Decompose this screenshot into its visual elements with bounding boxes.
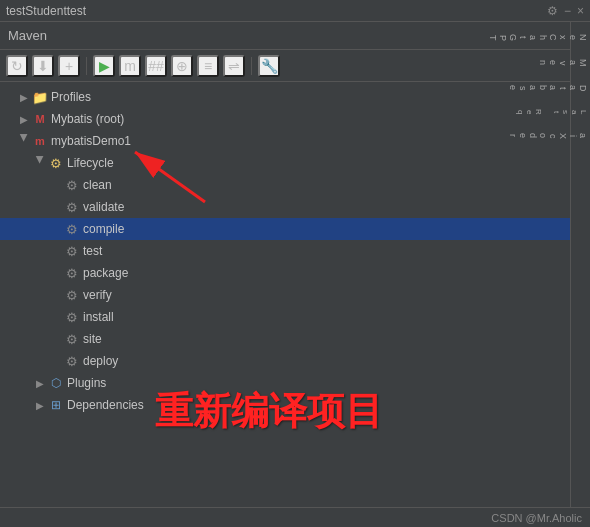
- install-gear-icon: ⚙: [64, 310, 80, 325]
- tree-item-lifecycle[interactable]: ▶ ⚙ Lifecycle: [0, 152, 570, 174]
- tree-item-test[interactable]: ⚙ test: [0, 240, 570, 262]
- window-controls: ⚙ − ×: [547, 4, 584, 18]
- maven-header: Maven: [0, 22, 570, 50]
- tree-item-plugins[interactable]: ▶ ⬡ Plugins: [0, 372, 570, 394]
- mybatis-root-arrow-icon: ▶: [16, 114, 32, 125]
- attribution-text: CSDN @Mr.Aholic: [491, 512, 582, 524]
- validate-label: validate: [83, 200, 124, 214]
- right-side-tabs: NexChatGPT Maven Database LastReq aiXcod…: [570, 22, 590, 527]
- maven-toolbar: ↻ ⬇ + ▶ m ## ⊕ ≡ ⇌ 🔧: [0, 50, 570, 82]
- minimize-icon[interactable]: −: [564, 4, 571, 18]
- tree-item-profiles[interactable]: ▶ 📁 Profiles: [0, 86, 570, 108]
- right-tab-nexchatgpt[interactable]: NexChatGPT: [572, 26, 590, 49]
- compile-label: compile: [83, 222, 124, 236]
- run-button[interactable]: ▶: [93, 55, 115, 77]
- validate-gear-icon: ⚙: [64, 200, 80, 215]
- plugins-icon: ⬡: [48, 376, 64, 390]
- mybatisdemo1-icon: m: [32, 135, 48, 147]
- dependencies-label: Dependencies: [67, 398, 144, 412]
- tree-item-site[interactable]: ⚙ site: [0, 328, 570, 350]
- tree-item-mybatis-root[interactable]: ▶ M Mybatis (root): [0, 108, 570, 130]
- tree-item-mybatisdemo1[interactable]: ▶ m mybatisDemo1: [0, 130, 570, 152]
- tree-item-clean[interactable]: ⚙ clean: [0, 174, 570, 196]
- maven-panel-title: Maven: [8, 28, 47, 43]
- right-tab-last-request[interactable]: LastReq: [572, 101, 590, 123]
- download-button[interactable]: ⬇: [32, 55, 54, 77]
- settings-button[interactable]: 🔧: [258, 55, 280, 77]
- top-bar: testStudenttest ⚙ − ×: [0, 0, 590, 22]
- refresh-button[interactable]: ↻: [6, 55, 28, 77]
- dependencies-arrow-icon: ▶: [32, 400, 48, 411]
- mybatis-root-label: Mybatis (root): [51, 112, 124, 126]
- toolbar-separator-2: [251, 57, 252, 75]
- site-gear-icon: ⚙: [64, 332, 80, 347]
- test-gear-icon: ⚙: [64, 244, 80, 259]
- package-gear-icon: ⚙: [64, 266, 80, 281]
- profiles-label: Profiles: [51, 90, 91, 104]
- right-tab-maven[interactable]: Maven: [572, 51, 590, 75]
- compile-gear-icon: ⚙: [64, 222, 80, 237]
- clean-label: clean: [83, 178, 112, 192]
- mybatisdemo1-arrow-icon: ▶: [19, 133, 30, 149]
- dependencies-icon: ⊞: [48, 398, 64, 412]
- site-label: site: [83, 332, 102, 346]
- verify-gear-icon: ⚙: [64, 288, 80, 303]
- profiles-arrow-icon: ▶: [16, 92, 32, 103]
- toolbar-separator-1: [86, 57, 87, 75]
- plugins-arrow-icon: ▶: [32, 378, 48, 389]
- mybatis-root-icon: M: [32, 113, 48, 125]
- install-label: install: [83, 310, 114, 324]
- tree-item-validate[interactable]: ⚙ validate: [0, 196, 570, 218]
- maven-tree: ▶ 📁 Profiles ▶ M Mybatis (root) ▶ m myba…: [0, 82, 570, 527]
- maven-panel: Maven ↻ ⬇ + ▶ m ## ⊕ ≡ ⇌ 🔧 ▶ 📁 Profiles …: [0, 22, 570, 527]
- add-button[interactable]: +: [58, 55, 80, 77]
- deploy-gear-icon: ⚙: [64, 354, 80, 369]
- tree-item-package[interactable]: ⚙ package: [0, 262, 570, 284]
- verify-label: verify: [83, 288, 112, 302]
- settings-icon[interactable]: ⚙: [547, 4, 558, 18]
- deploy-label: deploy: [83, 354, 118, 368]
- lifecycle-icon: ⚙: [48, 156, 64, 171]
- mybatisdemo1-label: mybatisDemo1: [51, 134, 131, 148]
- plugins-label: Plugins: [67, 376, 106, 390]
- tree-item-dependencies[interactable]: ▶ ⊞ Dependencies: [0, 394, 570, 416]
- lifecycle-arrow-icon: ▶: [35, 155, 46, 171]
- package-label: package: [83, 266, 128, 280]
- tree-item-install[interactable]: ⚙ install: [0, 306, 570, 328]
- right-tab-database[interactable]: Database: [572, 77, 590, 100]
- lifecycle-button[interactable]: ≡: [197, 55, 219, 77]
- close-icon[interactable]: ×: [577, 4, 584, 18]
- test-label: test: [83, 244, 102, 258]
- m-button[interactable]: m: [119, 55, 141, 77]
- toggle-button[interactable]: ⇌: [223, 55, 245, 77]
- lifecycle-label: Lifecycle: [67, 156, 114, 170]
- profiles-folder-icon: 📁: [32, 90, 48, 105]
- generate-button[interactable]: ⊕: [171, 55, 193, 77]
- window-title: testStudenttest: [6, 4, 86, 18]
- tree-item-compile[interactable]: ⚙ compile: [0, 218, 570, 240]
- tree-item-deploy[interactable]: ⚙ deploy: [0, 350, 570, 372]
- tree-item-verify[interactable]: ⚙ verify: [0, 284, 570, 306]
- clean-gear-icon: ⚙: [64, 178, 80, 193]
- bottom-bar: CSDN @Mr.Aholic: [0, 507, 590, 527]
- hash-button[interactable]: ##: [145, 55, 167, 77]
- right-tab-aixcoder[interactable]: aiXcoder: [572, 125, 590, 147]
